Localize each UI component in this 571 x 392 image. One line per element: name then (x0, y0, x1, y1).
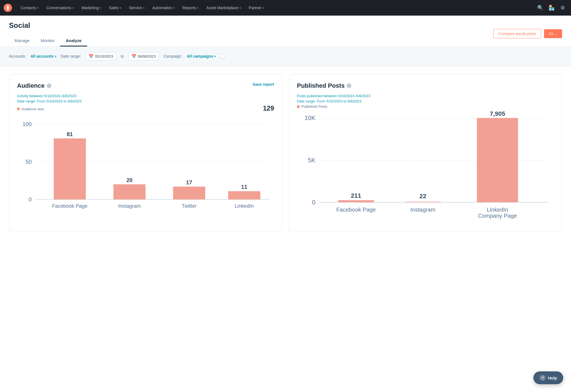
date-range-label: Date range: (61, 54, 81, 58)
tab-monitor[interactable]: Monitor (35, 35, 60, 46)
published-posts-card-header: Published Posts i (297, 82, 554, 89)
date-to-input[interactable]: 📅 06/08/2023 (128, 52, 159, 60)
campaign-label: Campaign: (164, 54, 182, 58)
chevron-down-icon: ▾ (143, 6, 145, 9)
tab-manage[interactable]: Manage (9, 35, 35, 46)
chevron-down-icon: ▾ (55, 55, 56, 58)
calendar-icon: 📅 (89, 54, 93, 58)
svg-text:0: 0 (312, 199, 315, 206)
svg-text:20: 20 (126, 177, 133, 183)
svg-text:Facebook Page: Facebook Page (52, 203, 87, 209)
bar-published-instagram (405, 202, 441, 202)
svg-text:LinkedIn: LinkedIn (487, 207, 508, 213)
svg-text:Instagram: Instagram (118, 203, 141, 209)
filters-bar: Accounts: All accounts ▾ Date range: 📅 0… (0, 46, 571, 66)
audience-title: Audience i (17, 82, 51, 89)
info-icon[interactable]: i (47, 84, 51, 88)
svg-text:Facebook Page: Facebook Page (336, 207, 376, 213)
hubspot-logo[interactable] (3, 3, 12, 12)
info-icon[interactable]: i (347, 84, 351, 88)
svg-text:Twitter: Twitter (182, 203, 196, 209)
date-separator: to (121, 54, 124, 58)
nav-conversations[interactable]: Conversations ▾ (42, 0, 78, 16)
svg-text:11: 11 (241, 184, 247, 190)
page-title-area: Social Manage Monitor Analyze (9, 21, 87, 46)
svg-text:5K: 5K (308, 157, 315, 164)
audience-total: 129 (263, 104, 274, 112)
bar-facebook (54, 138, 86, 199)
nav-service[interactable]: Service ▾ (125, 0, 148, 16)
published-activity-label: Posts published between 5/10/2023–6/8/20… (297, 94, 554, 98)
help-button[interactable]: ? Help (533, 371, 563, 384)
tab-analyze[interactable]: Analyze (60, 35, 87, 46)
compare-social-posts-button[interactable]: Compare social posts (493, 29, 541, 38)
audience-legend: Audience size (17, 107, 44, 111)
search-icon[interactable]: 🔍 (535, 3, 545, 13)
create-button[interactable]: Cr… (544, 29, 562, 38)
compare-checkbox[interactable] (220, 54, 225, 58)
chevron-down-icon: ▾ (120, 6, 121, 9)
audience-chart: 100 50 0 81 Facebook Page 2 (17, 118, 274, 210)
page-title: Social (9, 21, 87, 30)
nav-reports[interactable]: Reports ▾ (179, 0, 202, 16)
bar-twitter (173, 187, 205, 199)
chevron-down-icon: ▾ (173, 6, 175, 9)
chevron-down-icon: ▾ (214, 55, 216, 58)
chevron-down-icon: ▾ (37, 6, 38, 9)
nav-marketing[interactable]: Marketing ▾ (78, 0, 105, 16)
svg-text:211: 211 (351, 192, 361, 199)
bar-published-facebook (338, 200, 374, 202)
checkbox-wrapper (220, 54, 225, 58)
svg-text:17: 17 (186, 179, 192, 185)
nav-asset-marketplace[interactable]: Asset Marketplace ▾ (202, 0, 245, 16)
svg-text:22: 22 (419, 193, 426, 200)
svg-text:10K: 10K (304, 114, 316, 121)
published-posts-chart-svg: 10K 5K 0 211 Facebook Page 22 Instagram (297, 111, 554, 224)
page-header: Social Manage Monitor Analyze Compare so… (0, 16, 571, 46)
date-from-input[interactable]: 📅 05/10/2023 (86, 52, 116, 60)
published-posts-title: Published Posts i (297, 82, 351, 89)
nav-sales[interactable]: Sales ▾ (105, 0, 125, 16)
tabs: Manage Monitor Analyze (9, 35, 87, 46)
published-posts-card: Published Posts i Posts published betwee… (289, 74, 562, 232)
audience-activity-label: Activity between 5/10/2023–6/8/2023 (17, 94, 274, 98)
page-container: Social Manage Monitor Analyze Compare so… (0, 16, 571, 392)
nav-right-actions: 🔍 🏪 ⚙ (535, 3, 568, 13)
accounts-label: Accounts: (9, 54, 26, 58)
published-legend: Published Posts (297, 104, 554, 109)
help-icon: ? (540, 375, 546, 381)
legend-dot (297, 105, 300, 108)
bar-instagram (113, 184, 145, 199)
chevron-down-icon: ▾ (240, 6, 241, 9)
nav-contacts[interactable]: Contacts ▾ (17, 0, 42, 16)
chevron-down-icon: ▾ (100, 6, 101, 9)
audience-card-header: Audience i Save report (17, 82, 274, 89)
published-date-range-label: Date range: From 5/10/2023 to 6/8/2023 (297, 99, 554, 103)
header-actions: Compare social posts Cr… (493, 29, 562, 38)
legend-dot (17, 107, 20, 110)
audience-card: Audience i Save report Activity between … (9, 74, 282, 232)
shop-icon[interactable]: 🏪 (546, 3, 557, 13)
audience-chart-svg: 100 50 0 81 Facebook Page 2 (17, 118, 274, 210)
svg-text:Company Page: Company Page (478, 213, 517, 219)
svg-text:0: 0 (29, 196, 32, 202)
svg-text:Company Page: Company Page (227, 209, 262, 210)
save-report-link[interactable]: Save report (253, 82, 274, 87)
audience-date-range-label: Date range: From 5/10/2023 to 6/8/2023 (17, 99, 274, 103)
svg-text:LinkedIn: LinkedIn (235, 203, 254, 209)
nav-automation[interactable]: Automation ▾ (148, 0, 179, 16)
nav-partner[interactable]: Partner ▾ (245, 0, 268, 16)
svg-text:100: 100 (23, 121, 32, 127)
calendar-icon: 📅 (131, 54, 136, 58)
settings-icon[interactable]: ⚙ (558, 3, 568, 13)
chevron-down-icon: ▾ (263, 6, 264, 9)
svg-text:81: 81 (67, 131, 73, 137)
campaign-filter[interactable]: All campaigns ▾ (187, 54, 216, 58)
chevron-down-icon: ▾ (197, 6, 199, 9)
published-posts-chart: 10K 5K 0 211 Facebook Page 22 Instagram (297, 111, 554, 225)
bar-published-linkedin (477, 118, 518, 202)
svg-text:50: 50 (26, 159, 32, 165)
bar-linkedin (228, 191, 260, 200)
navbar: Contacts ▾ Conversations ▾ Marketing ▾ S… (0, 0, 571, 16)
accounts-filter[interactable]: All accounts ▾ (30, 54, 56, 58)
